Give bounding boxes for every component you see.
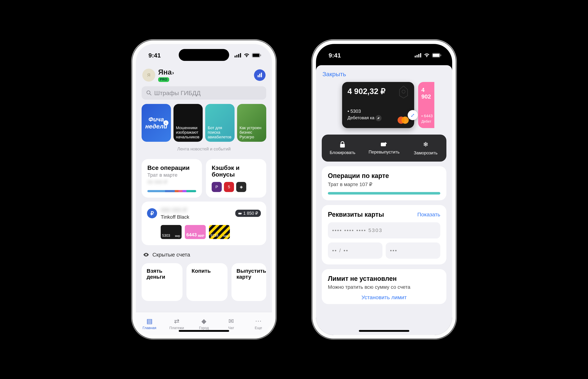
spend-bar xyxy=(147,190,196,192)
status-icons xyxy=(415,53,441,58)
operations-card[interactable]: Все операции Трат в марте 00 000 ₽ xyxy=(142,159,202,198)
partner-icon: ◈ xyxy=(236,182,246,192)
svg-rect-14 xyxy=(418,54,419,57)
wifi-icon xyxy=(244,53,250,57)
card-actions: Блокировать Перевыпустить ❄ Заморозить xyxy=(322,135,446,162)
feed-caption: Лента новостей и событий xyxy=(136,145,272,159)
ops-sub: Трат в марте 107 ₽ xyxy=(328,181,440,187)
svg-rect-15 xyxy=(420,53,421,57)
action-block[interactable]: Блокировать xyxy=(322,135,363,162)
action-reissue[interactable]: Перевыпустить xyxy=(363,135,405,162)
svg-rect-6 xyxy=(260,54,261,56)
cta-issue-card[interactable]: Выпустить карту xyxy=(232,263,266,301)
status-icons xyxy=(235,53,261,58)
svg-rect-13 xyxy=(416,55,418,57)
knight-logo-icon xyxy=(397,86,410,102)
mastercard-icon xyxy=(397,116,410,124)
battery-icon xyxy=(432,53,441,58)
tab-more[interactable]: ⋯Еще xyxy=(245,312,272,335)
phone-card-detail: 9:41 Закрыть 4 902,32 ₽ • 5303 Дебетовая… xyxy=(312,40,456,339)
ops-bar xyxy=(328,192,440,194)
battery-icon xyxy=(252,53,261,58)
card-visual[interactable]: 4 902,32 ₽ • 5303 Дебетовая ка xyxy=(342,82,414,128)
ops-title: Операции по карте xyxy=(328,172,440,180)
svg-rect-17 xyxy=(433,54,440,57)
req-title: Реквизиты карты xyxy=(328,211,384,218)
tab-home[interactable]: ▤Главная xyxy=(136,312,163,335)
cashback-badge: 1 850 ₽ xyxy=(235,210,261,217)
mini-card[interactable]: 9734мир xyxy=(209,225,230,239)
story-feature[interactable]: Фича›недели xyxy=(142,104,171,142)
bar-chart-icon xyxy=(257,73,262,78)
peek-last4: • 6443 xyxy=(421,114,434,118)
svg-rect-8 xyxy=(259,74,260,77)
limit-sub: Можно тратить всю сумму со счета xyxy=(328,284,440,290)
ruble-icon: ₽ xyxy=(147,208,157,218)
story-item[interactable]: Мошенники изображают начальников xyxy=(174,104,203,142)
svg-rect-2 xyxy=(238,54,239,57)
avatar: Я xyxy=(142,69,155,82)
account-name: Tinkoff Black xyxy=(161,214,232,220)
pro-badge: PRO xyxy=(158,77,169,82)
svg-rect-23 xyxy=(381,143,386,146)
close-button[interactable]: Закрыть xyxy=(316,65,352,81)
analytics-button[interactable] xyxy=(254,69,266,81)
card-operations[interactable]: Операции по карте Трат в марте 107 ₽ xyxy=(322,166,446,200)
operations-amount-blur: 00 000 ₽ xyxy=(147,179,196,185)
show-requisites[interactable]: Показать xyxy=(417,211,440,218)
req-expiry: •• / •• xyxy=(328,242,382,259)
search-input[interactable]: Штрафы ГИБДД xyxy=(142,86,266,100)
wifi-icon xyxy=(424,53,430,57)
limit-title: Лимит не установлен xyxy=(328,275,440,283)
account-card[interactable]: ₽ 000 000 ₽ Tinkoff Black 1 850 ₽ 5303ми… xyxy=(142,202,266,245)
cta-borrow[interactable]: Взять деньги xyxy=(142,263,182,301)
operations-title: Все операции xyxy=(147,164,196,171)
svg-rect-12 xyxy=(415,56,416,57)
story-item[interactable]: Бот для поиска авиабилетов xyxy=(205,104,235,142)
svg-rect-0 xyxy=(235,56,236,57)
svg-rect-5 xyxy=(253,54,259,57)
chat-icon: ✉ xyxy=(228,317,234,325)
home-indicator[interactable] xyxy=(359,330,409,332)
home-icon: ▤ xyxy=(146,317,153,325)
story-item[interactable]: Как устроен бизнес Русагро xyxy=(237,104,267,142)
req-number: •••• •••• •••• 5303 xyxy=(328,222,440,238)
more-icon: ⋯ xyxy=(255,317,262,325)
cellular-icon xyxy=(415,53,422,57)
cashback-card[interactable]: Кэшбэк и бонусы P 5 ◈ xyxy=(206,159,266,198)
brush-icon xyxy=(411,113,415,117)
svg-rect-22 xyxy=(340,144,345,147)
cta-save[interactable]: Копить xyxy=(187,263,227,301)
svg-rect-7 xyxy=(258,75,259,77)
partner-icon: P xyxy=(212,182,222,192)
status-time: 9:41 xyxy=(329,52,341,59)
partner-icon: 5 xyxy=(224,182,234,192)
phone-main: 9:41 Я Яна› PRO xyxy=(132,40,276,339)
svg-point-19 xyxy=(402,90,405,93)
edit-icon[interactable] xyxy=(375,115,381,121)
peek-type: Дебет xyxy=(421,119,434,124)
snowflake-icon: ❄ xyxy=(423,141,429,148)
home-indicator[interactable] xyxy=(179,330,229,332)
svg-rect-1 xyxy=(236,55,238,57)
peek-balance: 4 902 xyxy=(421,87,434,100)
profile-link[interactable]: Я Яна› PRO xyxy=(142,68,174,82)
set-limit-button[interactable]: Установить лимит xyxy=(328,290,440,300)
crown-icon xyxy=(238,212,242,215)
arrow-icon: › xyxy=(163,120,168,125)
card-last4: • 5303 xyxy=(348,109,409,114)
customize-button[interactable] xyxy=(408,110,418,120)
profile-name: Яна› xyxy=(158,68,174,76)
account-balance-blur: 000 000 ₽ xyxy=(161,207,232,213)
mini-card-selected[interactable]: 6443МИР xyxy=(185,225,206,239)
svg-rect-9 xyxy=(261,73,262,77)
payments-icon: ⇄ xyxy=(174,317,179,325)
notch xyxy=(359,49,409,61)
hidden-accounts-row[interactable]: Скрытые счета xyxy=(136,245,272,263)
cellular-icon xyxy=(235,53,241,57)
card-peek[interactable]: 4 902 • 6443 Дебет xyxy=(418,82,434,128)
mini-card[interactable]: 5303мир xyxy=(161,225,182,239)
eye-icon xyxy=(143,253,149,257)
cashback-title: Кэшбэк и бонусы xyxy=(212,164,260,178)
action-freeze[interactable]: ❄ Заморозить xyxy=(405,135,446,162)
